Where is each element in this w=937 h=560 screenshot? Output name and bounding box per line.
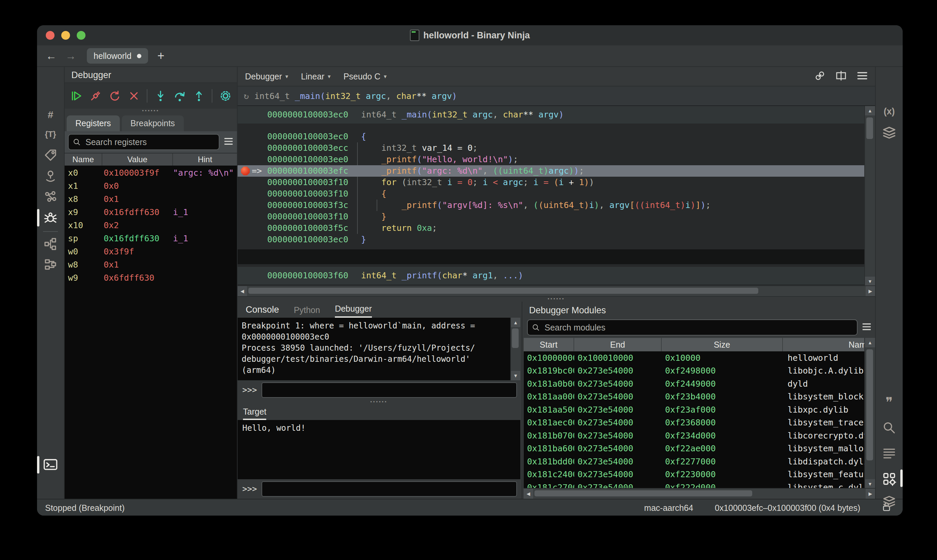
column-end[interactable]: End bbox=[574, 338, 662, 351]
code-line[interactable]: 0000000100003ec0} bbox=[238, 234, 864, 245]
split-view-icon[interactable] bbox=[835, 70, 847, 82]
code-line[interactable]: 0000000100003f10 { bbox=[238, 188, 864, 200]
view-menu-linear[interactable]: Linear▾ bbox=[301, 72, 331, 82]
module-row[interactable]: 0x181b070000x273e540000xf234d000libcorec… bbox=[524, 429, 865, 442]
module-row[interactable]: 0x1000000000x1000100000x10000helloworld bbox=[524, 351, 865, 365]
scrollbar-thumb[interactable] bbox=[866, 349, 873, 460]
refresh-icon[interactable]: ↻ bbox=[244, 91, 249, 101]
resume-button[interactable] bbox=[68, 86, 85, 105]
register-row[interactable]: x100x2 bbox=[65, 219, 237, 232]
step-over-button[interactable] bbox=[171, 86, 188, 105]
attach-button[interactable] bbox=[87, 86, 104, 105]
plugins-icon[interactable] bbox=[876, 471, 903, 487]
register-row[interactable]: x00x100003f9f"argc: %d\n" bbox=[65, 166, 237, 179]
view-menu-debugger[interactable]: Debugger▾ bbox=[245, 72, 288, 82]
restart-button[interactable] bbox=[106, 86, 123, 105]
tab-helloworld[interactable]: helloworld bbox=[87, 48, 148, 64]
code-line[interactable]: 0000000100003f10 for (int32_t i = 0; i <… bbox=[238, 177, 864, 188]
register-search-box[interactable] bbox=[68, 134, 220, 150]
module-row[interactable]: 0x181bdd0000x273e540000xf2277000libdispa… bbox=[524, 455, 865, 468]
scrollbar-thumb[interactable] bbox=[512, 328, 519, 348]
code-line[interactable]: 0000000100003f3c _printf("argv[%d]: %s\n… bbox=[238, 200, 864, 211]
register-row[interactable]: w90x6fdff630 bbox=[65, 271, 237, 285]
types-icon[interactable]: {T} bbox=[37, 126, 64, 142]
register-row[interactable]: w80x1 bbox=[65, 258, 237, 271]
find-icon[interactable] bbox=[876, 420, 903, 436]
scroll-down-arrow[interactable]: ▼ bbox=[865, 277, 875, 286]
column-name[interactable]: Name bbox=[65, 154, 102, 166]
scroll-up-arrow[interactable]: ▲ bbox=[865, 338, 875, 347]
tab-debugger-console[interactable]: Debugger bbox=[335, 304, 372, 318]
code-line[interactable]: 0000000100003f60int64_t _printf(char* ar… bbox=[238, 267, 875, 285]
register-row[interactable]: x90x16fdff630i_1 bbox=[65, 206, 237, 219]
scroll-left-arrow[interactable]: ◀ bbox=[524, 489, 533, 499]
variables-icon[interactable]: (x) bbox=[876, 103, 903, 120]
scroll-down-arrow[interactable]: ▼ bbox=[865, 479, 875, 489]
register-row[interactable]: x80x1 bbox=[65, 192, 237, 206]
module-row[interactable]: 0x181aa50000x273e540000xf23af000libxpc.d… bbox=[524, 403, 865, 416]
panel-divider[interactable] bbox=[520, 302, 524, 499]
tab-registers[interactable]: Registers bbox=[67, 115, 120, 131]
strings-icon[interactable]: ❞ bbox=[876, 394, 903, 410]
cross-references-icon[interactable] bbox=[37, 189, 64, 205]
new-tab-button[interactable]: + bbox=[157, 49, 165, 63]
back-arrow-icon[interactable]: ← bbox=[46, 51, 57, 61]
scrollbar-thumb[interactable] bbox=[534, 490, 752, 496]
breakpoint-icon[interactable] bbox=[241, 166, 250, 175]
scrollbar-thumb[interactable] bbox=[248, 288, 758, 294]
scrollbar-thumb[interactable] bbox=[866, 117, 873, 139]
link-icon[interactable] bbox=[814, 70, 825, 82]
module-row[interactable]: 0x181ba60000x273e540000xf22ae000libsyste… bbox=[524, 442, 865, 455]
code-line[interactable]: 0000000100003ec0{ bbox=[238, 131, 864, 142]
tab-target[interactable]: Target bbox=[243, 407, 266, 420]
code-vertical-scrollbar[interactable]: ▲ ▼ bbox=[864, 106, 875, 286]
module-search-box[interactable] bbox=[527, 319, 858, 335]
register-options-menu-icon[interactable] bbox=[223, 137, 234, 147]
tag-icon[interactable] bbox=[37, 147, 64, 163]
modules-vertical-scrollbar[interactable]: ▲ ▼ bbox=[864, 338, 875, 489]
tab-breakpoints[interactable]: Breakpoints bbox=[122, 115, 184, 131]
step-into-button[interactable] bbox=[152, 86, 169, 105]
linear-view[interactable]: ↻ int64_t _main(int32_t argc, char** arg… bbox=[238, 86, 875, 296]
search-modules-input[interactable] bbox=[544, 322, 853, 333]
column-hint[interactable]: Hint bbox=[173, 154, 237, 166]
debugger-console-input[interactable] bbox=[262, 382, 517, 398]
module-row[interactable]: 0x181c270000x273e540000xf222d000libsyste… bbox=[524, 481, 865, 488]
register-row[interactable]: sp0x16fdff630i_1 bbox=[65, 232, 237, 245]
search-registers-input[interactable] bbox=[85, 137, 215, 148]
current-instruction-line[interactable]: =>0000000100003efc _printf("argc: %d\n",… bbox=[238, 165, 875, 177]
scroll-down-arrow[interactable]: ▼ bbox=[511, 371, 520, 380]
scroll-left-arrow[interactable]: ◀ bbox=[238, 286, 247, 296]
drag-handle[interactable]: ▪▪▪▪▪▪ bbox=[238, 400, 520, 405]
outline-icon[interactable] bbox=[37, 257, 64, 273]
scroll-right-arrow[interactable]: ▶ bbox=[866, 489, 875, 499]
module-row[interactable]: 0x181aa00000x273e540000xf23b4000libsyste… bbox=[524, 391, 865, 403]
module-row[interactable]: 0x181a0b0000x273e540000xf2449000dyld bbox=[524, 377, 865, 391]
module-row[interactable]: 0x181c240000x273e540000xf2230000libsyste… bbox=[524, 468, 865, 481]
console-scrollbar[interactable]: ▲ ▼ bbox=[510, 318, 520, 380]
log-icon[interactable] bbox=[876, 445, 903, 462]
module-row[interactable]: 0x181aec0000x273e540000xf2368000libsyste… bbox=[524, 416, 865, 429]
column-module-name[interactable]: Name bbox=[783, 338, 865, 351]
module-options-menu-icon[interactable] bbox=[862, 322, 872, 332]
code-line[interactable]: 0000000100003ec0int64_t _main(int32_t ar… bbox=[238, 106, 875, 123]
layers-icon[interactable] bbox=[876, 494, 903, 510]
column-value[interactable]: Value bbox=[102, 154, 173, 166]
code-line[interactable]: 0000000100003ecc int32_t var_14 = 0; bbox=[238, 142, 864, 154]
terminal-icon[interactable] bbox=[37, 457, 64, 473]
scroll-up-arrow[interactable]: ▲ bbox=[865, 106, 875, 115]
tab-python[interactable]: Python bbox=[294, 305, 320, 318]
register-row[interactable]: w00x3f9f bbox=[65, 245, 237, 258]
debugger-settings-button[interactable] bbox=[217, 86, 234, 105]
column-start[interactable]: Start bbox=[524, 338, 574, 351]
scroll-up-arrow[interactable]: ▲ bbox=[511, 318, 520, 327]
debugger-icon[interactable] bbox=[37, 210, 64, 226]
drag-handle[interactable]: ▪▪▪▪▪▪ bbox=[238, 296, 875, 302]
view-menu-icon[interactable] bbox=[857, 71, 868, 82]
module-row[interactable]: 0x1819bc0000x273e540000xf2498000libobjc.… bbox=[524, 365, 865, 378]
step-return-button[interactable] bbox=[191, 86, 207, 105]
memory-map-icon[interactable] bbox=[37, 168, 64, 184]
drag-handle[interactable]: ▪▪▪▪▪▪ bbox=[65, 109, 237, 114]
column-size[interactable]: Size bbox=[662, 338, 783, 351]
register-row[interactable]: x10x0 bbox=[65, 179, 237, 192]
